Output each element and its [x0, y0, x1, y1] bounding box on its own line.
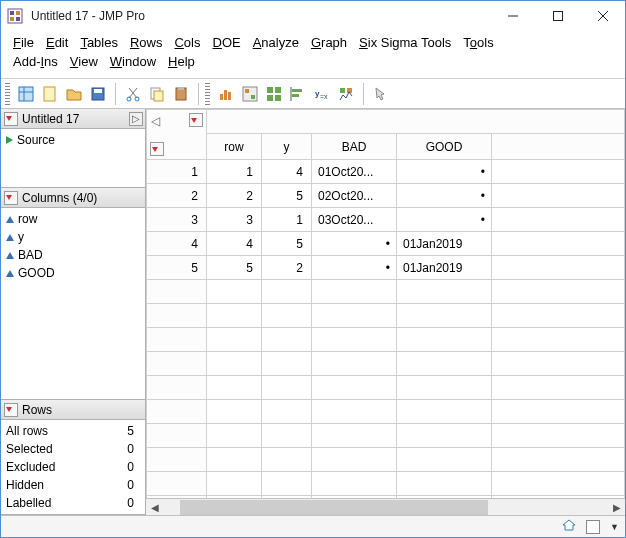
- scroll-right-icon[interactable]: ▶: [608, 499, 625, 516]
- horizontal-scrollbar[interactable]: ◀ ▶: [146, 498, 625, 515]
- col-header-y[interactable]: y: [262, 134, 312, 160]
- col-header-bad[interactable]: BAD: [312, 134, 397, 160]
- menu-window[interactable]: Window: [104, 52, 162, 71]
- col-header-good[interactable]: GOOD: [397, 134, 492, 160]
- column-item-row[interactable]: row: [4, 210, 142, 228]
- source-row[interactable]: Source: [4, 131, 142, 149]
- home-icon[interactable]: [562, 518, 576, 536]
- menu-cols[interactable]: Cols: [168, 33, 206, 52]
- col-header-row[interactable]: row: [207, 134, 262, 160]
- cell[interactable]: 2: [262, 256, 312, 280]
- cell[interactable]: 01Oct20...: [312, 160, 397, 184]
- toolbar-grip[interactable]: [5, 83, 10, 105]
- menu-rows[interactable]: Rows: [124, 33, 169, 52]
- close-button[interactable]: [580, 1, 625, 31]
- graph-builder-icon[interactable]: [263, 83, 285, 105]
- open-icon[interactable]: [63, 83, 85, 105]
- arrow-tool-icon[interactable]: [370, 83, 392, 105]
- cut-icon[interactable]: [122, 83, 144, 105]
- scroll-left-icon[interactable]: ◀: [146, 499, 163, 516]
- rows-excluded[interactable]: Excluded0: [4, 458, 142, 476]
- fit-y-icon[interactable]: [239, 83, 261, 105]
- partition-icon[interactable]: [335, 83, 357, 105]
- cell[interactable]: 01Jan2019: [397, 256, 492, 280]
- cell[interactable]: 5: [262, 184, 312, 208]
- row-number[interactable]: 4: [147, 232, 207, 256]
- column-item-y[interactable]: y: [4, 228, 142, 246]
- data-grid[interactable]: ◁ row y BAD GOOD: [146, 109, 625, 498]
- table-row[interactable]: 5 5 2 • 01Jan2019: [147, 256, 625, 280]
- cell[interactable]: 1: [262, 208, 312, 232]
- row-number[interactable]: 2: [147, 184, 207, 208]
- expand-right-icon[interactable]: ▷: [129, 112, 143, 126]
- menu-addins[interactable]: Add-Ins: [7, 52, 64, 71]
- table-row-empty[interactable]: [147, 328, 625, 352]
- menu-analyze[interactable]: Analyze: [247, 33, 305, 52]
- table-row[interactable]: 4 4 5 • 01Jan2019: [147, 232, 625, 256]
- table-row-empty[interactable]: [147, 280, 625, 304]
- cell-empty[interactable]: [492, 208, 625, 232]
- menu-edit[interactable]: Edit: [40, 33, 74, 52]
- save-icon[interactable]: [87, 83, 109, 105]
- distribution-icon[interactable]: [215, 83, 237, 105]
- cell[interactable]: •: [397, 184, 492, 208]
- paste-icon[interactable]: [170, 83, 192, 105]
- cell-empty[interactable]: [492, 256, 625, 280]
- minimize-button[interactable]: [490, 1, 535, 31]
- table-panel-header[interactable]: Untitled 17 ▷: [1, 109, 145, 129]
- cell[interactable]: 5: [207, 256, 262, 280]
- cell-empty[interactable]: [492, 160, 625, 184]
- scroll-track[interactable]: [180, 500, 591, 515]
- cell[interactable]: 03Oct20...: [312, 208, 397, 232]
- menu-doe[interactable]: DOE: [206, 33, 246, 52]
- column-item-good[interactable]: GOOD: [4, 264, 142, 282]
- table-row-empty[interactable]: [147, 496, 625, 499]
- status-dropdown-icon[interactable]: ▼: [610, 522, 619, 532]
- table-row-empty[interactable]: [147, 472, 625, 496]
- cell[interactable]: 3: [207, 208, 262, 232]
- table-row-empty[interactable]: [147, 304, 625, 328]
- menu-help[interactable]: Help: [162, 52, 201, 71]
- copy-icon[interactable]: [146, 83, 168, 105]
- cell[interactable]: 02Oct20...: [312, 184, 397, 208]
- columns-panel-header[interactable]: Columns (4/0): [1, 188, 145, 208]
- table-row[interactable]: 3 3 1 03Oct20... •: [147, 208, 625, 232]
- table-row-empty[interactable]: [147, 352, 625, 376]
- cell-empty[interactable]: [492, 232, 625, 256]
- cell[interactable]: •: [312, 256, 397, 280]
- row-number[interactable]: 3: [147, 208, 207, 232]
- cell[interactable]: 01Jan2019: [397, 232, 492, 256]
- cell[interactable]: 5: [262, 232, 312, 256]
- cell[interactable]: 4: [207, 232, 262, 256]
- new-table-icon[interactable]: [15, 83, 37, 105]
- menu-tools[interactable]: Tools: [457, 33, 499, 52]
- table-row-empty[interactable]: [147, 448, 625, 472]
- rows-selected[interactable]: Selected0: [4, 440, 142, 458]
- rows-all[interactable]: All rows5: [4, 422, 142, 440]
- fit-model-icon[interactable]: [287, 83, 309, 105]
- menu-six-sigma[interactable]: Six Sigma Tools: [353, 33, 457, 52]
- menu-view[interactable]: View: [64, 52, 104, 71]
- table-row-empty[interactable]: [147, 424, 625, 448]
- row-number[interactable]: 5: [147, 256, 207, 280]
- column-item-bad[interactable]: BAD: [4, 246, 142, 264]
- row-number[interactable]: 1: [147, 160, 207, 184]
- corner-cell[interactable]: ◁: [147, 110, 207, 160]
- cell[interactable]: 4: [262, 160, 312, 184]
- cell[interactable]: 2: [207, 184, 262, 208]
- menu-graph[interactable]: Graph: [305, 33, 353, 52]
- rows-panel-header[interactable]: Rows: [1, 400, 145, 420]
- cell[interactable]: •: [397, 208, 492, 232]
- rows-labelled[interactable]: Labelled0: [4, 494, 142, 512]
- cell-empty[interactable]: [492, 184, 625, 208]
- table-row-empty[interactable]: [147, 376, 625, 400]
- table-row[interactable]: 2 2 5 02Oct20... •: [147, 184, 625, 208]
- menu-file[interactable]: File: [7, 33, 40, 52]
- cell[interactable]: •: [397, 160, 492, 184]
- new-script-icon[interactable]: [39, 83, 61, 105]
- maximize-button[interactable]: [535, 1, 580, 31]
- cell[interactable]: 1: [207, 160, 262, 184]
- toolbar-grip-2[interactable]: [205, 83, 210, 105]
- menu-tables[interactable]: Tables: [74, 33, 124, 52]
- status-box[interactable]: [586, 520, 600, 534]
